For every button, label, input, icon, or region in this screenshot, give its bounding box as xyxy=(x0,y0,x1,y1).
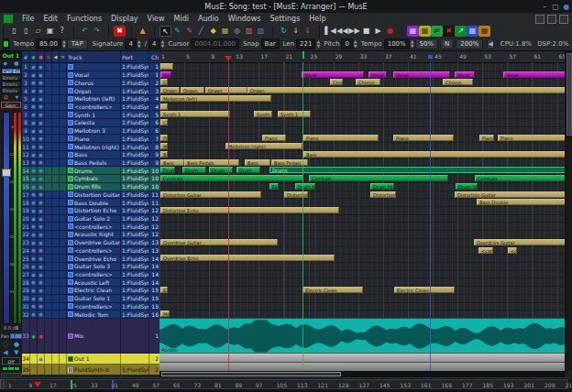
solo-cell[interactable] xyxy=(52,310,60,318)
mute-cell[interactable] xyxy=(45,271,52,278)
solo-cell[interactable] xyxy=(52,175,60,182)
track-port[interactable]: 1:FluidSyn xyxy=(121,255,149,262)
track-port[interactable]: 1:FluidSyn xyxy=(121,135,149,142)
mute-cell[interactable] xyxy=(45,287,52,294)
effect-slot-3[interactable]: Empty xyxy=(1,81,21,87)
monitor-dot[interactable]: ● xyxy=(38,354,45,364)
len-spin[interactable]: ▲▼ xyxy=(316,39,320,49)
part-bass[interactable]: Bass xyxy=(160,151,168,158)
track-channel[interactable]: 14 xyxy=(149,278,160,286)
part-distortion-echo[interactable]: Distortion Echo xyxy=(160,207,339,213)
record-arm-dot[interactable]: ● xyxy=(30,159,38,167)
mute-cell[interactable] xyxy=(45,103,52,111)
record-arm-dot[interactable]: ● xyxy=(30,183,38,191)
track-name[interactable]: <controllers> xyxy=(67,247,121,255)
gain-display[interactable]: Gain: 1.0 xyxy=(1,102,21,108)
solo-cell[interactable] xyxy=(52,95,60,103)
track-name[interactable]: Chorus xyxy=(67,79,121,86)
track-row-21[interactable]: 21●●<controllers>1:FluidSyn12 xyxy=(22,223,160,231)
record-arm-dot[interactable]: ● xyxy=(30,95,38,103)
track-channel[interactable]: 8 xyxy=(149,143,160,150)
pencil-tool-button[interactable]: ✎ xyxy=(171,26,183,37)
track-channel[interactable]: 12 xyxy=(149,223,160,230)
track-channel[interactable]: 13 xyxy=(149,247,160,255)
mute-cell[interactable] xyxy=(45,310,52,318)
track-channel[interactable]: 6 xyxy=(149,119,160,126)
monitor-dot[interactable]: ● xyxy=(38,87,45,94)
track-port[interactable]: 1:FluidSyn xyxy=(121,365,149,375)
class-cell[interactable] xyxy=(60,79,67,86)
part-drum-fills[interactable]: Drum fills xyxy=(270,183,279,190)
mute-cell[interactable] xyxy=(45,207,52,214)
track-row-3[interactable]: 3●●Chorus1:FluidSyn2 xyxy=(22,79,160,87)
track-name[interactable]: Mellotron 3 xyxy=(67,127,121,135)
track-channel[interactable]: 14 xyxy=(149,263,160,270)
solo-cell[interactable] xyxy=(52,111,60,118)
mute-cell[interactable] xyxy=(45,159,52,167)
drum-editor-button[interactable]: ⇄ xyxy=(431,26,443,37)
playhead-triangle-icon[interactable] xyxy=(225,56,232,61)
solo-cell[interactable] xyxy=(52,231,60,238)
record-arm-dot[interactable]: ● xyxy=(30,119,38,126)
track-port[interactable]: 1:FluidSyn xyxy=(121,231,149,238)
mute-cell[interactable] xyxy=(45,135,52,142)
track-name[interactable]: Mellotron (right) xyxy=(67,143,121,150)
menu-settings[interactable]: Settings xyxy=(265,15,304,23)
part-distortion-guitar[interactable]: Distortion Guitar xyxy=(455,191,565,198)
mute-speaker-icon[interactable]: ◀ xyxy=(3,349,7,357)
part-piano[interactable]: Piano xyxy=(262,135,286,141)
tempo-scale-spinbox[interactable]: 100% xyxy=(384,38,410,49)
effect-slot-2[interactable]: Empty xyxy=(1,74,21,81)
part-drum[interactable]: Drum xyxy=(182,167,206,173)
part-synth-1[interactable]: Synth 1 xyxy=(278,111,311,117)
forward-button[interactable]: ▶▶ xyxy=(348,26,360,37)
mute-cell[interactable] xyxy=(45,175,52,182)
part-organ[interactable]: Organ xyxy=(181,87,204,93)
solo-cell[interactable] xyxy=(52,71,60,79)
track-name[interactable]: Bass Pedals xyxy=(67,159,121,167)
track-channel[interactable]: 9 xyxy=(149,151,160,158)
monitor-dot[interactable]: ● xyxy=(38,303,45,310)
monitor-dot[interactable]: ● xyxy=(38,127,45,135)
track-row-5[interactable]: 5●●Mellotron (left)1:FluidSyn4 xyxy=(22,95,160,103)
track-name[interactable]: Guitar Solo 2 xyxy=(67,215,121,223)
minimize-button[interactable]: – xyxy=(539,3,550,11)
class-cell[interactable] xyxy=(60,159,67,167)
header-port[interactable]: Port xyxy=(121,51,149,62)
tempo-200-button[interactable]: 200% xyxy=(456,38,483,49)
class-cell[interactable] xyxy=(60,119,67,126)
header-track[interactable]: Track xyxy=(67,51,121,62)
solo-cell[interactable] xyxy=(52,127,60,135)
mute-cell[interactable] xyxy=(45,247,52,255)
track-name[interactable]: Distortion Echo xyxy=(67,207,121,214)
record-arm-dot[interactable]: ◉ xyxy=(30,319,38,353)
monitor-dot[interactable]: ● xyxy=(38,159,45,167)
open-file-button[interactable]: ▱ xyxy=(32,26,44,37)
monitor-dot[interactable]: ● xyxy=(38,79,45,86)
track-channel[interactable]: 16 xyxy=(149,310,160,318)
track-name[interactable]: Guitar Solo 1 xyxy=(67,295,121,302)
track-port[interactable]: 1:FluidSyn xyxy=(121,119,149,126)
monitor-dot[interactable]: ● xyxy=(38,143,45,150)
track-port[interactable]: 1:FluidSyn xyxy=(121,71,149,79)
part-piano[interactable]: Piano xyxy=(498,135,565,141)
solo-cell[interactable] xyxy=(52,278,60,286)
save-file-button[interactable]: ▣ xyxy=(44,26,56,37)
solo-cell[interactable] xyxy=(52,143,60,150)
header-class-icon[interactable]: ≡ xyxy=(60,51,67,62)
part-piano[interactable]: Piano xyxy=(393,135,454,141)
part-overdrive-echo[interactable]: Overdrive Echo xyxy=(160,255,335,261)
monitor-dot[interactable]: ● xyxy=(38,63,45,71)
record-arm-dot[interactable]: ● xyxy=(30,71,38,79)
record-arm-dot[interactable]: ● xyxy=(30,151,38,158)
part-electric-clean[interactable]: Electric Clean xyxy=(394,287,455,293)
part-drums[interactable]: Drums xyxy=(270,167,565,173)
part-cymbals[interactable]: Cymbals xyxy=(309,175,448,181)
mute-cell[interactable] xyxy=(45,119,52,126)
track-channel[interactable]: 2 xyxy=(149,79,160,86)
record-arm-dot[interactable]: ● xyxy=(30,263,38,270)
track-row-13[interactable]: 13●●Bass Pedals1:FluidSyn9 xyxy=(22,159,160,168)
header-monitor-icon[interactable]: ● xyxy=(38,51,45,62)
solo-cell[interactable] xyxy=(52,191,60,199)
record-arm-dot[interactable]: ● xyxy=(30,295,38,302)
